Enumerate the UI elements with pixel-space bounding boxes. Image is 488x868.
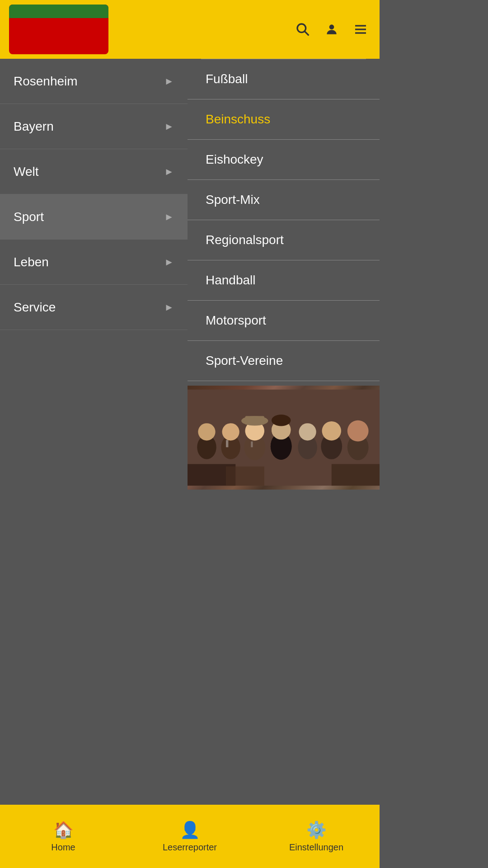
sidebar-item-welt[interactable]: Welt► xyxy=(0,149,188,194)
user-icon[interactable] xyxy=(322,19,342,39)
chevron-right-icon: ► xyxy=(164,256,174,268)
sidebar-label-welt: Welt xyxy=(14,165,39,179)
sidebar-label-leben: Leben xyxy=(14,255,49,269)
nav-label-leserreporter: Leserreporter xyxy=(163,842,217,853)
svg-point-10 xyxy=(222,423,239,440)
sidebar-item-service[interactable]: Service► xyxy=(0,285,188,330)
right-item-beinschuss[interactable]: Beinschuss xyxy=(188,99,380,140)
sidebar-label-rosenheim: Rosenheim xyxy=(14,74,78,89)
nav-item-leserreporter[interactable]: 👤Leserreporter xyxy=(127,821,253,853)
right-label-motorsport: Motorsport xyxy=(206,313,266,327)
svg-rect-28 xyxy=(332,464,380,486)
sidebar-item-bayern[interactable]: Bayern► xyxy=(0,104,188,149)
leserreporter-icon: 👤 xyxy=(180,821,200,840)
right-label-eishockey: Eishockey xyxy=(206,152,263,166)
right-label-handball: Handball xyxy=(206,273,256,287)
svg-rect-27 xyxy=(226,467,264,486)
svg-rect-14 xyxy=(245,416,265,425)
search-icon[interactable] xyxy=(293,19,313,39)
sidebar-label-bayern: Bayern xyxy=(14,119,54,134)
right-item-fussball[interactable]: Fußball xyxy=(188,59,380,99)
right-item-motorsport[interactable]: Motorsport xyxy=(188,301,380,341)
svg-point-0 xyxy=(297,24,306,33)
header xyxy=(0,0,380,59)
sidebar-label-service: Service xyxy=(14,300,56,315)
home-icon: 🏠 xyxy=(53,821,74,840)
right-item-eishockey[interactable]: Eishockey xyxy=(188,140,380,180)
bottom-nav: 🏠Home👤Leserreporter⚙️Einstellungen xyxy=(0,805,380,868)
right-item-handball[interactable]: Handball xyxy=(188,260,380,301)
svg-point-18 xyxy=(299,423,316,440)
svg-point-8 xyxy=(198,423,215,440)
nav-label-home: Home xyxy=(51,842,75,853)
right-label-sport-vereine: Sport-Vereine xyxy=(206,354,283,368)
crowd-image xyxy=(188,386,380,490)
right-panel: FußballBeinschussEishockeySport-MixRegio… xyxy=(188,59,380,805)
nav-item-einstellungen[interactable]: ⚙️Einstellungen xyxy=(253,821,380,853)
svg-line-1 xyxy=(305,31,309,35)
nav-item-home[interactable]: 🏠Home xyxy=(0,821,127,853)
right-item-sport-mix[interactable]: Sport-Mix xyxy=(188,180,380,220)
right-label-regionalsport: Regionalsport xyxy=(206,233,284,247)
sidebar-item-rosenheim[interactable]: Rosenheim► xyxy=(0,59,188,104)
einstellungen-icon: ⚙️ xyxy=(306,821,327,840)
chevron-right-icon: ► xyxy=(164,302,174,313)
svg-point-20 xyxy=(322,421,342,441)
right-item-sport-vereine[interactable]: Sport-Vereine xyxy=(188,341,380,381)
right-label-beinschuss: Beinschuss xyxy=(206,112,270,126)
svg-point-22 xyxy=(347,420,369,442)
header-actions xyxy=(284,19,371,39)
sidebar: Rosenheim►Bayern►Welt►Sport►Leben►Servic… xyxy=(0,59,188,805)
chevron-right-icon: ► xyxy=(164,75,174,87)
right-label-fussball: Fußball xyxy=(206,72,248,86)
right-item-regionalsport[interactable]: Regionalsport xyxy=(188,220,380,260)
chevron-right-icon: ► xyxy=(164,166,174,178)
svg-point-2 xyxy=(329,24,334,29)
crowd-background xyxy=(188,386,380,490)
main-content: Rosenheim►Bayern►Welt►Sport►Leben►Servic… xyxy=(0,59,380,805)
sidebar-label-sport: Sport xyxy=(14,210,44,224)
svg-rect-29 xyxy=(226,440,228,447)
chevron-right-icon: ► xyxy=(164,121,174,132)
nav-label-einstellungen: Einstellungen xyxy=(289,842,343,853)
logo[interactable] xyxy=(9,5,108,54)
menu-icon[interactable] xyxy=(351,19,371,39)
sidebar-item-sport[interactable]: Sport► xyxy=(0,194,188,240)
sidebar-item-leben[interactable]: Leben► xyxy=(0,240,188,285)
svg-point-25 xyxy=(272,415,291,426)
right-label-sport-mix: Sport-Mix xyxy=(206,193,260,207)
svg-rect-30 xyxy=(251,442,253,448)
chevron-right-icon: ► xyxy=(164,211,174,223)
